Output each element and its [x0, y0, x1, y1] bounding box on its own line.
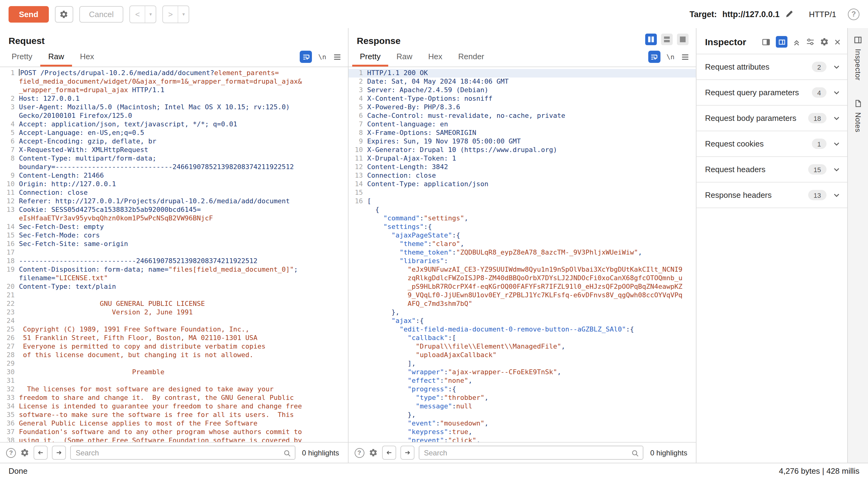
- code-line[interactable]: 35software--to make sure the software is…: [0, 411, 348, 419]
- code-line[interactable]: 15Sec-Fetch-Mode: cors: [0, 231, 348, 240]
- dock-right-icon[interactable]: [776, 36, 787, 48]
- code-line[interactable]: 27 Everyone is permitted to copy and dis…: [0, 342, 348, 351]
- code-line[interactable]: 14Sec-Fetch-Dest: empty: [0, 223, 348, 231]
- code-line[interactable]: 15: [348, 189, 696, 197]
- code-line[interactable]: "ajaxPageState":{: [348, 231, 696, 240]
- code-line[interactable]: _wrapper_format=drupal_ajax HTTP/1.1: [0, 86, 348, 95]
- code-line[interactable]: zqRlkgDdlcFWZoISJP8-ZM40dBBQoOrbX7DYsLJ2…: [348, 274, 696, 282]
- rail-tab-inspector[interactable]: Inspector: [854, 35, 863, 81]
- inspector-section-request-body-parameters[interactable]: Request body parameters18: [696, 105, 847, 131]
- wrap-lines-toggle-icon[interactable]: [648, 51, 660, 63]
- response-tab-render[interactable]: Render: [450, 47, 492, 66]
- code-line[interactable]: 4Accept: application/json, text/javascri…: [0, 120, 348, 129]
- request-tab-raw[interactable]: Raw: [40, 47, 72, 66]
- code-line[interactable]: {: [348, 206, 696, 214]
- search-help-icon[interactable]: ?: [354, 448, 364, 457]
- code-line[interactable]: 1POST /Projects/drupal-10.2.6/media/add/…: [0, 69, 348, 78]
- code-line[interactable]: "effect":"none",: [348, 377, 696, 385]
- code-line[interactable]: "uploadAjaxCallback": [348, 351, 696, 360]
- inspector-section-response-headers[interactable]: Response headers13: [696, 182, 847, 208]
- code-line[interactable]: 30 Preamble: [0, 368, 348, 377]
- code-line[interactable]: AFQ_c7md3shm7bQ": [348, 300, 696, 308]
- code-line[interactable]: 7X-Requested-With: XMLHttpRequest: [0, 146, 348, 154]
- code-line[interactable]: 13Cookie: SESS05d4275ca1538832b5ab92000b…: [0, 206, 348, 214]
- layout-rows-button[interactable]: [661, 34, 673, 45]
- help-icon[interactable]: ?: [848, 8, 860, 20]
- code-line[interactable]: 2Date: Sat, 04 May 2024 18:44:06 GMT: [348, 78, 696, 86]
- code-line[interactable]: 23 Version 2, June 1991: [0, 308, 348, 317]
- code-line[interactable]: ],: [348, 360, 696, 368]
- rail-tab-notes[interactable]: Notes: [854, 99, 863, 132]
- code-line[interactable]: 17: [0, 248, 348, 257]
- code-line[interactable]: 9_VQqLf0-JjUEwn8U1ov0EY_rZPBLJ1Yc7KLFsfq…: [348, 291, 696, 300]
- http-version-label[interactable]: HTTP/1: [809, 9, 836, 19]
- inspector-section-request-headers[interactable]: Request headers15: [696, 156, 847, 182]
- previous-match-button[interactable]: [34, 446, 48, 460]
- search-help-icon[interactable]: ?: [6, 448, 16, 457]
- code-line[interactable]: boundary=-----------------------------24…: [0, 163, 348, 172]
- code-line[interactable]: 37Foundation's software and to any other…: [0, 428, 348, 437]
- search-settings-gear-icon[interactable]: [368, 448, 377, 457]
- next-match-button[interactable]: [52, 446, 66, 460]
- code-line[interactable]: 32 The licenses for most software are de…: [0, 385, 348, 394]
- code-line[interactable]: 10X-Generator: Drupal 10 (https://www.dr…: [348, 146, 696, 154]
- edit-target-icon[interactable]: [785, 10, 794, 18]
- request-settings-gear-button[interactable]: [55, 6, 73, 22]
- code-line[interactable]: "command":"settings",: [348, 214, 696, 223]
- show-newlines-toggle[interactable]: \n: [666, 53, 675, 61]
- code-line[interactable]: field_media_document/widget/0&ajax_form=…: [0, 78, 348, 86]
- code-line[interactable]: 11X-Drupal-Ajax-Token: 1: [348, 154, 696, 163]
- code-line[interactable]: "type":"throbber",: [348, 394, 696, 402]
- code-line[interactable]: 5Accept-Language: en-US,en;q=0.5: [0, 129, 348, 137]
- response-tab-raw[interactable]: Raw: [389, 47, 420, 66]
- code-line[interactable]: 10Origin: http://127.0.0.1: [0, 180, 348, 189]
- back-dropdown-caret-icon[interactable]: ▾: [146, 6, 156, 22]
- forward-request-button-group[interactable]: > ▾: [163, 5, 189, 23]
- request-editor[interactable]: 1POST /Projects/drupal-10.2.6/media/add/…: [0, 67, 348, 442]
- code-line[interactable]: "eJx9UNFuwzAI_CE3-YZ9SUUIWdmw8Qyu1n19nSp…: [348, 266, 696, 274]
- code-line[interactable]: },: [348, 411, 696, 419]
- previous-match-button[interactable]: [382, 446, 396, 460]
- back-request-button[interactable]: <: [130, 6, 145, 22]
- inspector-section-request-cookies[interactable]: Request cookies1: [696, 131, 847, 156]
- code-line[interactable]: 19Content-Disposition: form-data; name="…: [0, 266, 348, 274]
- editor-menu-icon[interactable]: [332, 52, 342, 61]
- close-inspector-icon[interactable]: [834, 38, 841, 46]
- response-editor[interactable]: 1HTTP/1.1 200 OK2Date: Sat, 04 May 2024 …: [348, 67, 696, 442]
- code-line[interactable]: "theme":"claro",: [348, 240, 696, 248]
- code-line[interactable]: 3User-Agent: Mozilla/5.0 (Macintosh; Int…: [0, 103, 348, 112]
- response-tab-pretty[interactable]: Pretty: [352, 47, 389, 66]
- code-line[interactable]: 36General Public License applies to most…: [0, 419, 348, 428]
- forward-dropdown-caret-icon[interactable]: ▾: [179, 6, 189, 22]
- code-line[interactable]: "progress":{: [348, 385, 696, 394]
- code-line[interactable]: 8Content-Type: multipart/form-data;: [0, 154, 348, 163]
- code-line[interactable]: "Drupal\\file\\Element\\ManagedFile",: [348, 342, 696, 351]
- code-line[interactable]: "ajax":{: [348, 317, 696, 325]
- editor-menu-icon[interactable]: [681, 52, 690, 61]
- code-line[interactable]: 6Cache-Control: must-revalidate, no-cach…: [348, 112, 696, 120]
- show-newlines-toggle[interactable]: \n: [318, 53, 327, 61]
- code-line[interactable]: "edit-field-media-document-0-remove-butt…: [348, 325, 696, 334]
- response-search-input[interactable]: [418, 446, 644, 460]
- search-settings-gear-icon[interactable]: [20, 448, 29, 457]
- layout-single-button[interactable]: [677, 34, 688, 45]
- code-line[interactable]: 29: [0, 360, 348, 368]
- code-line[interactable]: "prevent":"click",: [348, 437, 696, 442]
- code-line[interactable]: 9Expires: Sun, 19 Nov 1978 05:00:00 GMT: [348, 137, 696, 146]
- code-line[interactable]: 12Content-Length: 3842: [348, 163, 696, 172]
- back-request-button-group[interactable]: < ▾: [130, 5, 157, 23]
- code-line[interactable]: 8X-Frame-Options: SAMEORIGIN: [348, 129, 696, 137]
- collapse-all-icon[interactable]: [792, 37, 801, 46]
- send-button[interactable]: Send: [8, 6, 49, 22]
- response-tab-hex[interactable]: Hex: [420, 47, 450, 66]
- code-line[interactable]: 12Referer: http://127.0.0.1/Projects/dru…: [0, 197, 348, 206]
- code-line[interactable]: 38using it. (Some other Free Software Fo…: [0, 437, 348, 442]
- code-line[interactable]: 14Content-Type: application/json: [348, 180, 696, 189]
- code-line[interactable]: 11Connection: close: [0, 189, 348, 197]
- code-line[interactable]: eIsHfaaETVr3av95yvbqQhzn0kom1P5wPcNSqB2V…: [0, 214, 348, 223]
- code-line[interactable]: 3Server: Apache/2.4.59 (Debian): [348, 86, 696, 95]
- code-line[interactable]: "event":"mousedown",: [348, 419, 696, 428]
- code-line[interactable]: 16[: [348, 197, 696, 206]
- request-tab-hex[interactable]: Hex: [72, 47, 102, 66]
- code-line[interactable]: 33freedom to share and change it. By con…: [0, 394, 348, 402]
